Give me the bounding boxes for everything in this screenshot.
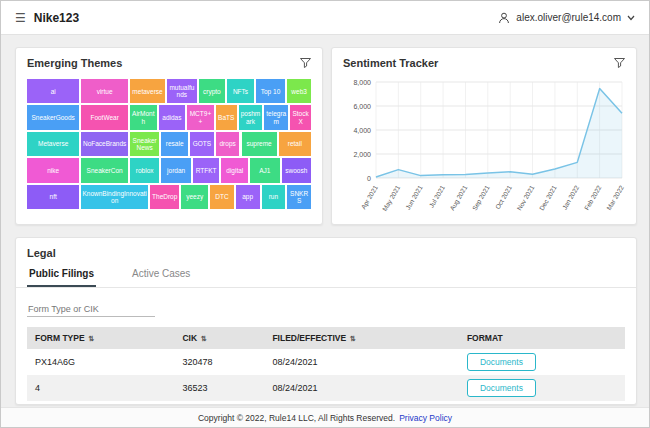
treemap-tile[interactable]: jordan <box>160 157 191 183</box>
treemap-tile[interactable]: AJ1 <box>249 157 280 183</box>
footer: Copyright © 2022, Rule14 LLC, All Rights… <box>1 407 649 427</box>
treemap-tile[interactable]: mutualfunds <box>166 78 197 104</box>
column-header: FORMAT <box>459 327 625 349</box>
treemap-tile[interactable]: MCT9++ <box>186 104 215 130</box>
documents-button[interactable]: Documents <box>467 379 536 397</box>
legal-tabs: Public FilingsActive Cases <box>16 263 636 288</box>
table-cell: 08/24/2021 <box>264 375 458 401</box>
treemap-tile[interactable]: SneakerGoods <box>26 104 80 130</box>
table-row: 43652308/24/2021Documents <box>27 375 625 401</box>
treemap-tile[interactable]: KnownBindingInnovation <box>80 184 149 210</box>
privacy-policy-link[interactable]: Privacy Policy <box>399 413 452 423</box>
treemap-tile[interactable]: ai <box>26 78 80 104</box>
table-cell: 365214 <box>174 401 264 405</box>
table-row: 436521408/24/2021Documents <box>27 401 625 405</box>
treemap-tile[interactable]: retail <box>278 131 312 157</box>
treemap-tile[interactable]: nft <box>26 184 80 210</box>
brand-title: Nike123 <box>34 11 79 25</box>
user-icon <box>498 12 510 24</box>
treemap-tile[interactable]: virtue <box>80 78 129 104</box>
treemap-tile[interactable]: FootWear <box>80 104 129 130</box>
treemap-tile[interactable]: supreme <box>241 131 278 157</box>
treemap-tile[interactable]: Metaverse <box>26 131 80 157</box>
treemap-tile[interactable]: RTFKT <box>192 157 221 183</box>
sentiment-chart: 02,0004,0006,0008,000Apr 2021May 2021Jun… <box>338 74 630 220</box>
filter-icon <box>614 58 625 68</box>
y-axis-tick: 2,000 <box>353 151 371 158</box>
chevron-down-icon <box>627 15 635 21</box>
user-email: alex.oliver@rule14.com <box>516 12 621 23</box>
table-row: PX14A6G32047808/24/2021Documents <box>27 349 625 375</box>
sentiment-tracker-title: Sentiment Tracker <box>343 57 438 69</box>
table-cell: 320478 <box>174 349 264 375</box>
themes-filter-button[interactable] <box>300 58 311 68</box>
tab-public-filings[interactable]: Public Filings <box>27 263 96 287</box>
treemap-tile[interactable]: web3 <box>286 78 312 104</box>
treemap-tile[interactable]: SneakerNews <box>129 131 160 157</box>
sort-icon[interactable]: ⇅ <box>89 335 95 342</box>
treemap-tile[interactable]: NoFaceBrands <box>80 131 129 157</box>
x-axis-tick: May 2021 <box>381 184 402 213</box>
treemap-tile[interactable]: resale <box>160 131 189 157</box>
y-axis-tick: 4,000 <box>353 127 371 134</box>
column-header[interactable]: CIK⇅ <box>174 327 264 349</box>
x-axis-tick: Apr 2021 <box>360 184 380 211</box>
treemap-tile[interactable]: crypto <box>198 78 227 104</box>
treemap-tile[interactable]: metaverse <box>129 78 166 104</box>
y-axis-tick: 0 <box>367 175 371 182</box>
sort-icon[interactable]: ⇅ <box>201 335 207 342</box>
treemap-tile[interactable]: BaTS <box>215 104 238 130</box>
emerging-themes-card: Emerging Themes aiSneakerGoodsMetaversen… <box>15 47 323 225</box>
treemap-tile[interactable]: poshmark <box>238 104 264 130</box>
documents-button[interactable]: Documents <box>467 353 536 371</box>
table-cell: 08/24/2021 <box>264 349 458 375</box>
treemap-tile[interactable]: AirMonth <box>129 104 158 130</box>
treemap: aiSneakerGoodsMetaversenikenftvirtueFoot… <box>26 78 312 210</box>
copyright-text: Copyright © 2022, Rule14 LLC, All Rights… <box>198 413 395 423</box>
treemap-tile[interactable]: Top 10 <box>255 78 286 104</box>
treemap-tile[interactable]: StockX <box>289 104 312 130</box>
legal-card: Legal Public FilingsActive Cases FORM TY… <box>15 237 637 405</box>
sort-icon[interactable]: ⇅ <box>350 335 356 342</box>
treemap-tile[interactable]: yeezy <box>180 184 209 210</box>
treemap-tile[interactable]: DTC <box>209 184 235 210</box>
x-axis-tick: Jul 2021 <box>428 184 447 209</box>
filings-table: FORM TYPE⇅CIK⇅FILED/EFFECTIVE⇅FORMAT PX1… <box>27 327 625 405</box>
sentiment-tracker-card: Sentiment Tracker 02,0004,0006,0008,000A… <box>331 47 637 225</box>
treemap-tile[interactable]: SneakerCon <box>80 157 129 183</box>
treemap-tile[interactable]: nike <box>26 157 80 183</box>
table-cell: PX14A6G <box>27 349 174 375</box>
filings-tbody: PX14A6G32047808/24/2021Documents43652308… <box>27 349 625 405</box>
table-cell: 4 <box>27 375 174 401</box>
treemap-tile[interactable]: TheDrop <box>149 184 180 210</box>
treemap-tile[interactable]: run <box>261 184 287 210</box>
filter-icon <box>300 58 311 68</box>
column-header[interactable]: FORM TYPE⇅ <box>27 327 174 349</box>
treemap-tile[interactable]: NFTs <box>226 78 255 104</box>
x-axis-tick: Sep 2021 <box>471 184 492 212</box>
table-cell: 08/24/2021 <box>264 401 458 405</box>
treemap-tile[interactable]: GOTS <box>189 131 215 157</box>
x-axis-tick: Dec 2021 <box>538 184 558 212</box>
y-axis-tick: 8,000 <box>353 79 371 86</box>
treemap-tile[interactable]: drops <box>215 131 241 157</box>
column-header[interactable]: FILED/EFFECTIVE⇅ <box>264 327 458 349</box>
treemap-tile[interactable]: adidas <box>158 104 187 130</box>
app-window: ☰ Nike123 alex.oliver@rule14.com Emergin… <box>0 0 650 428</box>
x-axis-tick: Jan 2022 <box>561 184 581 211</box>
treemap-tile[interactable]: digital <box>220 157 249 183</box>
filings-header-row: FORM TYPE⇅CIK⇅FILED/EFFECTIVE⇅FORMAT <box>27 327 625 349</box>
tab-active-cases[interactable]: Active Cases <box>130 263 192 287</box>
treemap-tile[interactable]: app <box>235 184 261 210</box>
form-type-cik-input[interactable] <box>27 302 155 317</box>
treemap-tile[interactable]: telegram <box>263 104 289 130</box>
treemap-tile[interactable]: roblox <box>129 157 160 183</box>
treemap-tile[interactable]: SNKRS <box>286 184 312 210</box>
treemap-tile[interactable]: swoosh <box>281 157 312 183</box>
x-axis-tick: Jun 2021 <box>404 184 424 211</box>
menu-icon[interactable]: ☰ <box>15 11 26 25</box>
user-menu[interactable]: alex.oliver@rule14.com <box>498 12 635 24</box>
sentiment-filter-button[interactable] <box>614 58 625 68</box>
series-area <box>376 89 622 178</box>
x-axis-tick: Nov 2021 <box>515 184 535 212</box>
